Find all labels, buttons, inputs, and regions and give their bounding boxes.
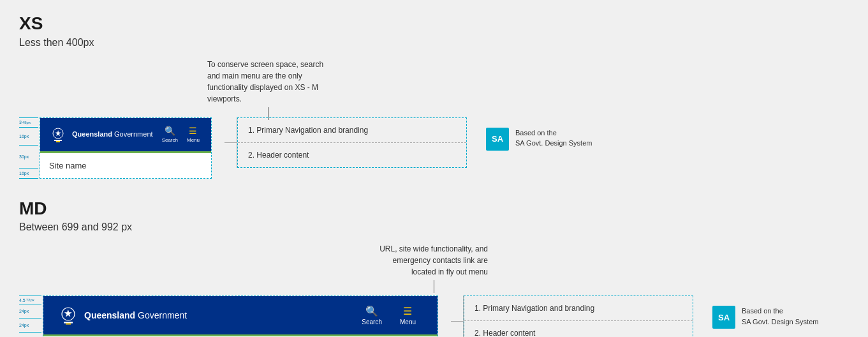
xs-title: XS (19, 13, 849, 34)
md-annotation-nav: 1. Primary Navigation and branding (464, 296, 693, 321)
md-site-name: Site name (43, 334, 438, 337)
md-annotation-boxes: 1. Primary Navigation and branding 2. He… (464, 296, 693, 337)
xs-mockup: Queensland Government 🔍 Search ☰ Menu (40, 117, 212, 179)
xs-menu-button[interactable]: ☰ Menu (183, 123, 203, 146)
xs-sa-text: Based on the SA Govt. Design System (515, 128, 592, 149)
xs-annotation-nav: 1. Primary Navigation and branding (238, 118, 466, 143)
md-header-buttons: 🔍 Search ☰ Menu (353, 301, 425, 329)
qld-crest-icon (48, 124, 68, 145)
xs-annotation-content: 2. Header content (238, 143, 466, 167)
xs-measurements: 348px 16px 30px 16px (19, 117, 38, 179)
xs-subtitle: Less then 400px (19, 37, 849, 49)
md-sa-container: SA Based on the SA Govt. Design System (712, 306, 818, 329)
md-brand-text: Queensland Government (84, 310, 187, 321)
qld-crest-md-icon (56, 303, 80, 327)
xs-sa-badge: SA (486, 128, 509, 151)
md-callout: URL, site wide functionality, and emerge… (379, 243, 488, 278)
svg-rect-4 (56, 141, 60, 142)
md-logo: Queensland Government (56, 303, 187, 327)
search-icon: 🔍 (165, 126, 175, 136)
xs-brand-text: Queensland Government (72, 130, 153, 139)
xs-header: Queensland Government 🔍 Search ☰ Menu (40, 118, 211, 151)
xs-site-name: Site name (40, 151, 211, 178)
menu-icon: ☰ (189, 126, 197, 136)
md-sa-text: Based on the SA Govt. Design System (742, 306, 818, 327)
md-menu-button[interactable]: ☰ Menu (391, 301, 425, 329)
svg-rect-8 (64, 322, 73, 324)
page-container: XS Less then 400px To conserve screen sp… (0, 0, 868, 337)
xs-header-buttons: 🔍 Search ☰ Menu (158, 123, 203, 146)
xs-callout: To conserve screen space, search and mai… (207, 59, 328, 105)
xs-sa-container: SA Based on the SA Govt. Design System (486, 128, 592, 151)
md-annotation-content: 2. Header content (464, 321, 693, 337)
xs-logo: Queensland Government (48, 124, 153, 145)
md-title: MD (19, 198, 849, 220)
md-section: MD Between 699 and 992 px URL, site wide… (19, 198, 849, 337)
search-md-icon: 🔍 (365, 305, 378, 317)
md-header: Queensland Government 🔍 Search ☰ Menu (43, 296, 438, 334)
md-sa-badge: SA (712, 306, 735, 329)
md-mockup: Queensland Government 🔍 Search ☰ Menu (43, 296, 438, 337)
menu-md-icon: ☰ (403, 305, 412, 317)
md-subtitle: Between 699 and 992 px (19, 221, 849, 233)
xs-search-button[interactable]: 🔍 Search (158, 123, 182, 146)
xs-section: XS Less then 400px To conserve screen sp… (19, 13, 849, 179)
md-search-button[interactable]: 🔍 Search (353, 301, 391, 329)
svg-rect-3 (54, 140, 62, 141)
svg-rect-9 (66, 324, 71, 325)
md-measurements: 4.572px 24px 24px 24px (19, 296, 41, 337)
xs-annotation-boxes: 1. Primary Navigation and branding 2. He… (237, 117, 467, 168)
